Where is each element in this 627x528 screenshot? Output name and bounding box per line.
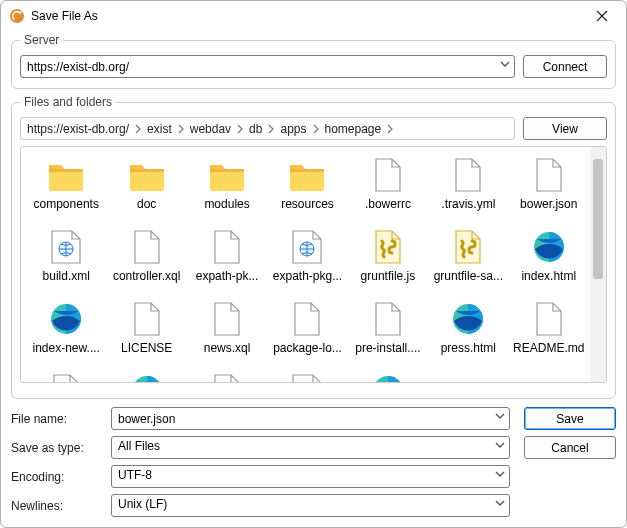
folder-item[interactable]: modules	[188, 153, 266, 223]
file-file-icon	[529, 299, 569, 339]
js-file-icon	[448, 227, 488, 267]
encoding-select[interactable]: UTF-8	[111, 465, 510, 488]
server-url-combo[interactable]	[20, 55, 515, 78]
file-item[interactable]: expath-pkg...	[268, 225, 346, 295]
breadcrumb-segment[interactable]: exist	[147, 122, 172, 136]
scrollbar[interactable]	[590, 147, 606, 382]
item-label: index.html	[521, 269, 576, 283]
item-label: resources	[281, 197, 334, 211]
file-file-icon	[368, 299, 408, 339]
html-file-icon	[529, 227, 569, 267]
cancel-button[interactable]: Cancel	[524, 436, 616, 459]
file-file-icon	[207, 371, 247, 382]
xml-file-icon	[46, 227, 86, 267]
file-item[interactable]	[107, 369, 185, 382]
folder-icon	[207, 155, 247, 195]
file-item[interactable]: pre-install....	[349, 297, 427, 367]
save-button[interactable]: Save	[524, 407, 616, 430]
breadcrumb[interactable]: https://exist-db.org/existwebdavdbappsho…	[20, 117, 515, 140]
files-folders-legend: Files and folders	[20, 95, 116, 109]
item-label: components	[34, 197, 99, 211]
save-as-type-select[interactable]: All Files	[111, 436, 510, 459]
folder-item[interactable]: doc	[107, 153, 185, 223]
save-as-type-value: All Files	[111, 436, 510, 459]
scrollbar-thumb[interactable]	[593, 159, 603, 279]
breadcrumb-segment[interactable]: https://exist-db.org/	[27, 122, 129, 136]
file-item[interactable]: package-lo...	[268, 297, 346, 367]
file-item[interactable]: index-new....	[27, 297, 105, 367]
file-file-icon	[448, 155, 488, 195]
file-item[interactable]: build.xml	[27, 225, 105, 295]
item-label: modules	[204, 197, 249, 211]
file-item[interactable]	[349, 369, 427, 382]
close-button[interactable]	[586, 2, 618, 30]
item-label: gruntfile-sa...	[434, 269, 503, 283]
chevron-right-icon	[311, 123, 321, 135]
close-icon	[595, 9, 609, 23]
file-file-icon	[529, 155, 569, 195]
file-file-icon	[46, 371, 86, 382]
encoding-label: Encoding:	[11, 470, 101, 484]
file-item[interactable]	[27, 369, 105, 382]
folder-icon	[287, 155, 327, 195]
save-as-type-label: Save as type:	[11, 441, 101, 455]
breadcrumb-segment[interactable]: db	[249, 122, 262, 136]
file-file-icon	[368, 155, 408, 195]
server-group: Server Connect	[11, 33, 616, 89]
item-label: bower.json	[520, 197, 577, 211]
file-item[interactable]: gruntfile-sa...	[429, 225, 507, 295]
newlines-select[interactable]: Unix (LF)	[111, 494, 510, 517]
file-item[interactable]: LICENSE	[107, 297, 185, 367]
server-url-input[interactable]	[20, 55, 515, 78]
file-item[interactable]: expath-pk...	[188, 225, 266, 295]
item-label: build.xml	[43, 269, 90, 283]
xml-file-icon	[287, 227, 327, 267]
folder-item[interactable]: resources	[268, 153, 346, 223]
encoding-value: UTF-8	[111, 465, 510, 488]
file-item[interactable]: controller.xql	[107, 225, 185, 295]
item-label: pre-install....	[355, 341, 420, 355]
file-file-icon	[207, 299, 247, 339]
item-label: package-lo...	[273, 341, 342, 355]
save-file-as-dialog: Save File As Server Connect Files and fo…	[0, 0, 627, 528]
view-button[interactable]: View	[523, 117, 607, 140]
breadcrumb-segment[interactable]: webdav	[190, 122, 231, 136]
chevron-right-icon	[133, 123, 143, 135]
file-item[interactable]: news.xql	[188, 297, 266, 367]
xml-file-icon	[287, 371, 327, 382]
js-file-icon	[368, 227, 408, 267]
server-legend: Server	[20, 33, 63, 47]
app-icon	[9, 8, 25, 24]
file-item[interactable]: .travis.yml	[429, 153, 507, 223]
item-label: expath-pkg...	[273, 269, 342, 283]
item-label: doc	[137, 197, 156, 211]
breadcrumb-segment[interactable]: apps	[280, 122, 306, 136]
file-name-input[interactable]	[111, 407, 510, 430]
item-label: .bowerrc	[365, 197, 411, 211]
chevron-right-icon	[235, 123, 245, 135]
file-item[interactable]	[268, 369, 346, 382]
connect-button[interactable]: Connect	[523, 55, 607, 78]
file-name-combo[interactable]	[111, 407, 510, 430]
save-form: File name: Save Save as type: All Files …	[11, 407, 616, 517]
file-item[interactable]: gruntfile.js	[349, 225, 427, 295]
file-item[interactable]: README.md	[510, 297, 588, 367]
html-file-icon	[448, 299, 488, 339]
titlebar: Save File As	[1, 1, 626, 31]
item-label: press.html	[441, 341, 496, 355]
file-item[interactable]: press.html	[429, 297, 507, 367]
file-item[interactable]: .bowerrc	[349, 153, 427, 223]
files-folders-group: Files and folders https://exist-db.org/e…	[11, 95, 616, 399]
file-item[interactable]	[188, 369, 266, 382]
folder-icon	[46, 155, 86, 195]
item-label: expath-pk...	[196, 269, 259, 283]
file-grid[interactable]: componentsdocmodulesresources.bowerrc.tr…	[21, 147, 590, 382]
item-label: index-new....	[33, 341, 100, 355]
html-file-icon	[46, 299, 86, 339]
breadcrumb-segment[interactable]: homepage	[325, 122, 382, 136]
file-browser: componentsdocmodulesresources.bowerrc.tr…	[20, 146, 607, 383]
folder-icon	[127, 155, 167, 195]
file-item[interactable]: bower.json	[510, 153, 588, 223]
file-item[interactable]: index.html	[510, 225, 588, 295]
folder-item[interactable]: components	[27, 153, 105, 223]
